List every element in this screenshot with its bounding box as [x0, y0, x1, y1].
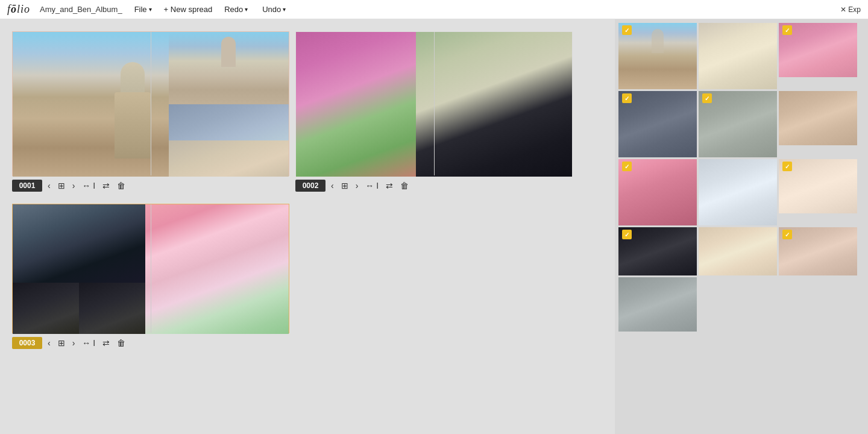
spread-0001-number: 0001 [12, 180, 42, 192]
spread-resize-icon[interactable]: ↔ I [80, 180, 97, 192]
redo-label: Redo [224, 5, 243, 14]
spread-resize-icon[interactable]: ↔ I [80, 337, 97, 349]
thumb-check-7[interactable]: ✓ [622, 162, 632, 171]
undo-caret: ▾ [283, 6, 286, 13]
thumbnail-4[interactable]: ✓ [618, 91, 697, 157]
thumb-check-1[interactable]: ✓ [622, 25, 632, 35]
spread-0003-left [13, 204, 145, 334]
spread-0002-canvas[interactable] [295, 31, 573, 176]
spread-delete-icon[interactable]: 🗑 [115, 180, 127, 192]
spread-0003: 0003 ‹ ⊞ › ↔ I ⇄ 🗑 [12, 204, 289, 349]
spread-0003-divider [151, 204, 151, 333]
new-spread-button[interactable]: + New spread [164, 5, 213, 14]
spread-prev-icon[interactable]: ‹ [46, 337, 52, 349]
undo-label: Undo [262, 5, 281, 14]
spread-0003-photo-kiss-r[interactable] [79, 283, 145, 334]
file-caret: ▾ [149, 6, 152, 13]
spread-0002-photo-left[interactable] [296, 32, 416, 177]
spread-prev-icon[interactable]: ‹ [329, 180, 336, 192]
thumbnail-5[interactable]: ✓ [699, 91, 777, 157]
logo-text: fōlio [7, 3, 30, 15]
spread-layout-icon[interactable]: ⊞ [339, 180, 350, 192]
spread-divider [151, 32, 151, 175]
spread-delete-icon[interactable]: 🗑 [398, 180, 410, 192]
undo-menu-button[interactable]: Undo ▾ [260, 4, 288, 15]
main-area: 0001 ‹ ⊞ › ↔ I ⇄ 🗑 [0, 19, 868, 434]
spread-0001-photos-right [169, 32, 289, 177]
thumbnail-1[interactable]: ✓ [618, 23, 697, 89]
spread-0002-number: 0002 [295, 180, 326, 192]
spread-0003-bottom-row [13, 283, 145, 334]
spread-0003-canvas[interactable] [12, 204, 289, 333]
spread-0002-toolbar: 0002 ‹ ⊞ › ↔ I ⇄ 🗑 [295, 180, 573, 192]
spread-0003-photo-couple-main[interactable] [13, 204, 145, 283]
spread-0003-number: 0003 [12, 337, 42, 349]
thumbnail-3[interactable]: ✓ [779, 23, 857, 89]
expand-label: ✕ Exp [840, 5, 861, 14]
top-navigation: fōlio Amy_and_Ben_Album_ File ▾ + New sp… [0, 0, 868, 19]
thumb-check-4[interactable]: ✓ [622, 93, 632, 103]
redo-menu-button[interactable]: Redo ▾ [222, 4, 250, 15]
spread-prev-icon[interactable]: ‹ [46, 180, 52, 192]
spread-shuffle-icon[interactable]: ⇄ [101, 337, 112, 349]
app-logo: fōlio [7, 3, 30, 16]
spread-shuffle-icon[interactable]: ⇄ [101, 180, 112, 192]
spread-next-icon[interactable]: › [71, 180, 77, 192]
spread-0003-photo-floral[interactable] [145, 204, 289, 334]
spread-0001-photo-left[interactable] [13, 32, 169, 177]
expand-button[interactable]: ✕ Exp [840, 5, 861, 14]
thumbnail-8[interactable] [699, 159, 777, 225]
spread-row-2: 0003 ‹ ⊞ › ↔ I ⇄ 🗑 [12, 204, 603, 349]
spread-0001-photo-rb[interactable] [169, 140, 289, 177]
spread-0002-photo-right[interactable] [416, 32, 572, 177]
redo-caret: ▾ [245, 6, 248, 13]
spread-0001: 0001 ‹ ⊞ › ↔ I ⇄ 🗑 [12, 31, 289, 192]
thumb-check-9[interactable]: ✓ [782, 162, 792, 171]
thumbnail-12[interactable]: ✓ [779, 227, 857, 275]
photo-library-panel: ✓ ✓ ✓ ✓ ✓ [615, 19, 868, 434]
spread-0002: 0002 ‹ ⊞ › ↔ I ⇄ 🗑 [295, 31, 573, 192]
spread-next-icon[interactable]: › [354, 180, 360, 192]
thumbnail-11[interactable] [699, 227, 777, 275]
thumb-check-5[interactable]: ✓ [702, 93, 712, 103]
spread-0002-divider [434, 32, 435, 175]
thumbnail-2[interactable] [699, 23, 777, 89]
new-spread-label: + New spread [164, 5, 213, 14]
thumbnail-10[interactable]: ✓ [618, 227, 697, 275]
spread-0003-toolbar: 0003 ‹ ⊞ › ↔ I ⇄ 🗑 [12, 337, 289, 349]
spread-resize-icon[interactable]: ↔ I [363, 180, 380, 192]
photo-grid: ✓ ✓ ✓ ✓ ✓ [618, 23, 864, 332]
spread-next-icon[interactable]: › [71, 337, 77, 349]
file-menu-button[interactable]: File ▾ [132, 4, 154, 15]
spread-delete-icon[interactable]: 🗑 [115, 337, 127, 349]
spread-shuffle-icon[interactable]: ⇄ [384, 180, 395, 192]
thumb-check-12[interactable]: ✓ [782, 230, 792, 239]
thumbnail-9[interactable]: ✓ [779, 159, 857, 225]
thumbnail-6[interactable] [779, 91, 857, 157]
thumbnail-13[interactable] [618, 277, 697, 332]
spread-0001-canvas[interactable] [12, 31, 289, 176]
spread-layout-icon[interactable]: ⊞ [56, 180, 67, 192]
thumbnail-7[interactable]: ✓ [618, 159, 697, 225]
project-name: Amy_and_Ben_Album_ [40, 5, 122, 14]
spread-layout-icon[interactable]: ⊞ [56, 337, 67, 349]
spread-0001-toolbar: 0001 ‹ ⊞ › ↔ I ⇄ 🗑 [12, 180, 289, 192]
spread-0001-photo-rm[interactable] [169, 104, 289, 140]
spread-0001-photo-rt[interactable] [169, 32, 289, 104]
file-label: File [134, 5, 147, 14]
spread-0003-photo-kiss-l[interactable] [13, 283, 79, 334]
spread-row-1: 0001 ‹ ⊞ › ↔ I ⇄ 🗑 [12, 31, 603, 192]
thumb-check-10[interactable]: ✓ [622, 230, 632, 239]
spreads-area: 0001 ‹ ⊞ › ↔ I ⇄ 🗑 [0, 19, 615, 434]
thumb-check-3[interactable]: ✓ [782, 25, 792, 35]
